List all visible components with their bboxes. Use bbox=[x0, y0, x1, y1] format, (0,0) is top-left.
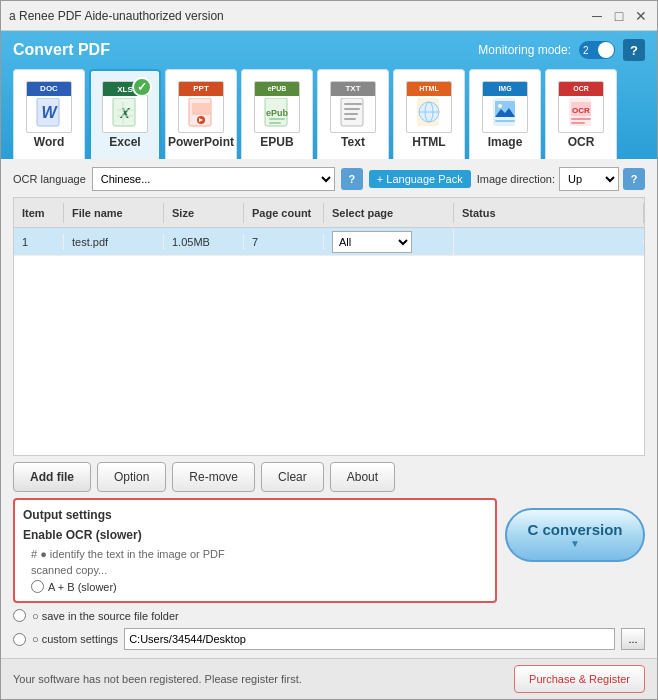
format-icon-powerpoint[interactable]: PPT PowerPoint bbox=[165, 69, 237, 159]
option-button[interactable]: Option bbox=[97, 462, 166, 492]
image-direction-area: Image direction: Up Down Left Right ? bbox=[477, 167, 645, 191]
main-content: OCR language Chinese... ? + Language Pac… bbox=[1, 159, 657, 658]
format-icon-excel[interactable]: XLS X ✓ bbox=[89, 69, 161, 159]
ocr-language-select[interactable]: Chinese... bbox=[92, 167, 335, 191]
register-button[interactable]: Purchase & Register bbox=[514, 665, 645, 693]
cell-size: 1.05MB bbox=[164, 234, 244, 250]
image-direction-select[interactable]: Up Down Left Right bbox=[559, 167, 619, 191]
output-settings: Output settings Enable OCR (slower) # ● … bbox=[13, 498, 497, 603]
save-settings: ○ save in the source file folder ○ custo… bbox=[13, 609, 645, 650]
svg-point-31 bbox=[498, 104, 502, 108]
footer: Your software has not been registered. P… bbox=[1, 658, 657, 699]
svg-text:X: X bbox=[119, 105, 131, 121]
excel-checkmark: ✓ bbox=[132, 77, 152, 97]
monitoring-label: Monitoring mode: bbox=[478, 43, 571, 57]
footer-message: Your software has not been registered. P… bbox=[13, 673, 514, 685]
radio-option-row: A + B (slower) bbox=[23, 580, 487, 593]
radio-option-input[interactable] bbox=[31, 580, 44, 593]
add-file-button[interactable]: Add file bbox=[13, 462, 91, 492]
custom-save-radio[interactable] bbox=[13, 633, 26, 646]
select-page-dropdown[interactable]: All bbox=[332, 231, 412, 253]
svg-rect-33 bbox=[495, 120, 515, 122]
svg-rect-22 bbox=[344, 108, 360, 110]
enable-ocr-label: Enable OCR (slower) bbox=[23, 528, 487, 542]
image-dir-help-button[interactable]: ? bbox=[623, 168, 645, 190]
epub-icon: ePub bbox=[263, 98, 291, 130]
save-source-label: ○ save in the source file folder bbox=[32, 610, 179, 622]
ppt-icon bbox=[187, 98, 215, 130]
svg-rect-19 bbox=[341, 98, 363, 126]
word-thumb: DOC W bbox=[26, 81, 72, 133]
ocr-language-row: OCR language Chinese... ? + Language Pac… bbox=[13, 167, 645, 191]
action-buttons: Add file Option Re-move Clear About bbox=[13, 462, 645, 492]
col-header-status: Status bbox=[454, 203, 644, 223]
monitoring-area: Monitoring mode: 2 ? bbox=[478, 39, 645, 61]
svg-rect-24 bbox=[344, 118, 356, 120]
cell-filename: test.pdf bbox=[64, 234, 164, 250]
format-icon-epub[interactable]: ePUB ePub EPUB bbox=[241, 69, 313, 159]
ppt-thumb: PPT bbox=[178, 81, 224, 133]
col-header-selectpage: Select page bbox=[324, 203, 454, 223]
close-button[interactable]: ✕ bbox=[633, 8, 649, 24]
ocr-description-1: # ● identify the text in the image or PD… bbox=[23, 548, 487, 560]
cell-selectpage: All bbox=[324, 229, 454, 255]
ppt-label: PowerPoint bbox=[168, 135, 234, 149]
custom-save-row: ○ custom settings C:Users/34544/Desktop … bbox=[13, 628, 645, 650]
svg-rect-38 bbox=[571, 122, 585, 124]
format-icon-image[interactable]: IMG Image bbox=[469, 69, 541, 159]
format-icon-html[interactable]: HTML HTML bbox=[393, 69, 465, 159]
minimize-button[interactable]: ─ bbox=[589, 8, 605, 24]
img-icon bbox=[491, 98, 519, 130]
custom-save-label: ○ custom settings bbox=[32, 633, 118, 645]
format-icon-word[interactable]: DOC W Word bbox=[13, 69, 85, 159]
cell-item: 1 bbox=[14, 234, 64, 250]
ocr-icon: OCR bbox=[567, 98, 595, 130]
svg-rect-37 bbox=[571, 118, 591, 120]
table-header: Item File name Size Page count Select pa… bbox=[14, 198, 644, 228]
conversion-area: C conversion ▼ bbox=[505, 498, 645, 562]
clear-button[interactable]: Clear bbox=[261, 462, 324, 492]
table-row[interactable]: 1 test.pdf 1.05MB 7 All bbox=[14, 228, 644, 256]
svg-text:OCR: OCR bbox=[572, 106, 590, 115]
epub-label: EPUB bbox=[260, 135, 293, 149]
file-table: Item File name Size Page count Select pa… bbox=[13, 197, 645, 456]
image-direction-label: Image direction: bbox=[477, 173, 555, 185]
excel-icon: X bbox=[111, 98, 139, 130]
txt-label: Text bbox=[341, 135, 365, 149]
save-path-input[interactable]: C:Users/34544/Desktop bbox=[124, 628, 615, 650]
word-icon: W bbox=[35, 98, 63, 130]
radio-option-label: A + B (slower) bbox=[48, 581, 117, 593]
svg-text:ePub: ePub bbox=[266, 108, 289, 118]
language-pack-button[interactable]: + Language Pack bbox=[369, 170, 471, 188]
html-icon bbox=[415, 98, 443, 130]
format-icon-text[interactable]: TXT Text bbox=[317, 69, 389, 159]
img-thumb: IMG bbox=[482, 81, 528, 133]
output-conversion-row: Output settings Enable OCR (slower) # ● … bbox=[13, 498, 645, 603]
save-source-radio[interactable] bbox=[13, 609, 26, 622]
about-button[interactable]: About bbox=[330, 462, 395, 492]
restore-button[interactable]: □ bbox=[611, 8, 627, 24]
monitoring-toggle[interactable]: 2 bbox=[579, 41, 615, 59]
word-label: Word bbox=[34, 135, 64, 149]
conversion-button[interactable]: C conversion ▼ bbox=[505, 508, 645, 562]
monitoring-value: 2 bbox=[579, 45, 589, 56]
main-window: a Renee PDF Aide-unauthorized version ─ … bbox=[0, 0, 658, 700]
svg-text:W: W bbox=[41, 104, 58, 121]
svg-rect-11 bbox=[192, 103, 210, 115]
conversion-btn-label: C conversion bbox=[527, 521, 622, 538]
col-header-filename: File name bbox=[64, 203, 164, 223]
save-source-row: ○ save in the source file folder bbox=[13, 609, 645, 622]
txt-thumb: TXT bbox=[330, 81, 376, 133]
header-help-button[interactable]: ? bbox=[623, 39, 645, 61]
ocr-help-button[interactable]: ? bbox=[341, 168, 363, 190]
remove-button[interactable]: Re-move bbox=[172, 462, 255, 492]
browse-button[interactable]: ... bbox=[621, 628, 645, 650]
title-bar: a Renee PDF Aide-unauthorized version ─ … bbox=[1, 1, 657, 31]
window-title: a Renee PDF Aide-unauthorized version bbox=[9, 9, 589, 23]
header-area: Convert PDF Monitoring mode: 2 ? DOC bbox=[1, 31, 657, 159]
format-icon-ocr[interactable]: OCR OCR OCR bbox=[545, 69, 617, 159]
html-thumb: HTML bbox=[406, 81, 452, 133]
col-header-size: Size bbox=[164, 203, 244, 223]
svg-rect-18 bbox=[269, 122, 281, 124]
epub-thumb: ePUB ePub bbox=[254, 81, 300, 133]
